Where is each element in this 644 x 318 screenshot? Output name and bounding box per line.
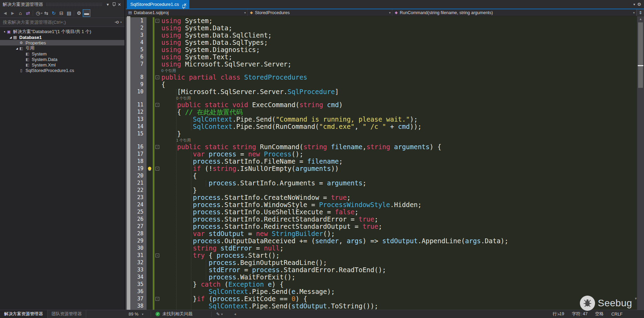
tree-item-system[interactable]: ◧System [0, 51, 124, 57]
code-line-13[interactable]: 13 SqlContext.Pipe.Send("Command is runn… [126, 116, 637, 123]
lightbulb-icon[interactable] [148, 167, 151, 170]
pending-changes-filter-icon[interactable]: ◷ [34, 9, 42, 17]
code-line-3[interactable]: 3using System.Data.SqlClient; [126, 32, 637, 39]
code-line-26[interactable]: 26 process.StartInfo.RedirectStandardErr… [126, 216, 637, 223]
code-line-23[interactable]: 23 process.StartInfo.CreateNoWindow = tr… [126, 194, 637, 201]
vertical-scrollbar[interactable]: ▴ [637, 16, 644, 310]
code-line-5[interactable]: 5using System.Diagnostics; [126, 46, 637, 53]
code-line-15[interactable]: 15 } [126, 130, 637, 137]
code-line-18[interactable]: 18 process.StartInfo.FileName = filename… [126, 158, 637, 165]
collapse-all-icon[interactable]: ⊟ [58, 9, 65, 17]
tree-item-database1[interactable]: ◢▤Database1 [0, 34, 124, 40]
panel-menu-chevron-icon[interactable]: ▾ [105, 1, 111, 7]
code-line-11[interactable]: 11- public static void ExecCommand(strin… [126, 101, 637, 109]
tree-item-system-data[interactable]: ◧System.Data [0, 57, 124, 62]
code-line-24[interactable]: 24 process.StartInfo.WindowStyle = Proce… [126, 201, 637, 208]
window-list-chevron-icon[interactable]: ▾ [633, 2, 635, 6]
tree-item--[interactable]: ◢◧引用 [0, 45, 124, 51]
home-icon[interactable]: ⌂ [17, 9, 24, 17]
code-line-34[interactable]: 34 process.WaitForExit(); [126, 274, 637, 281]
code-line-31[interactable]: 31- try { process.Start(); [126, 252, 637, 259]
split-window-icon[interactable]: ⇕ [636, 9, 644, 16]
code-line-17[interactable]: 17 var process = new Process(); [126, 151, 637, 158]
member-dropdown[interactable]: ◆ RunCommand(string filename, string arg… [392, 9, 636, 16]
codelens-row[interactable]: 0 个引用 [126, 68, 637, 74]
code-line-32[interactable]: 32 process.BeginOutputReadLine(); [126, 259, 637, 266]
status-spaces[interactable]: 空格 [595, 311, 604, 317]
hscroll-left-icon[interactable]: ◂ [234, 310, 236, 318]
tree-item-label: SqlStoredProcedure1.cs [26, 68, 74, 73]
back-icon[interactable]: ◄ [1, 9, 9, 17]
code-line-29[interactable]: 29 process.OutputDataReceived += (sender… [126, 237, 637, 245]
code-line-20[interactable]: 20 { [126, 172, 637, 179]
codelens-row[interactable]: 0 个引用 [126, 95, 637, 101]
scroll-up-icon[interactable]: ▴ [637, 17, 644, 21]
zoom-dropdown[interactable]: 89 % ▾ [129, 310, 143, 318]
fold-collapse-icon[interactable]: - [155, 103, 159, 107]
pin-icon[interactable] [111, 1, 117, 7]
code-line-38[interactable]: 38 SqlContext.Pipe.Send(stdOutput.ToStri… [126, 302, 637, 310]
code-line-16[interactable]: 16- public static string RunCommand(stri… [126, 143, 637, 151]
code-line-36[interactable]: 36 SqlContext.Pipe.Send(e.Message); [126, 288, 637, 295]
code-line-10[interactable]: 10 [Microsoft.SqlServer.Server.SqlProced… [126, 88, 637, 95]
code-line-30[interactable]: 30 string stdError = null; [126, 245, 637, 252]
solution-explorer-search[interactable]: 搜索解决方案资源管理器(Ctrl+;) ⚲ ▾ [0, 18, 124, 27]
pen-dropdown[interactable]: ✎ ▾ [216, 310, 223, 318]
code-line-35[interactable]: 35 } catch (Exception e) { [126, 281, 637, 288]
code-line-4[interactable]: 4using System.Data.SqlTypes; [126, 39, 637, 46]
scrollbar-thumb[interactable] [638, 22, 643, 88]
expand-arrow-icon[interactable]: ◢ [9, 36, 12, 39]
fold-collapse-icon[interactable]: - [155, 167, 159, 171]
code-line-12[interactable]: 12 { // 在此处放置代码 [126, 109, 637, 116]
code-line-37[interactable]: 37- }if (process.ExitCode == 0) { [126, 295, 637, 302]
code-line-9[interactable]: 9{ [126, 81, 637, 88]
fold-collapse-icon[interactable]: - [155, 254, 159, 257]
fold-collapse-icon[interactable]: - [155, 19, 159, 23]
refresh-icon[interactable]: ↻ [50, 9, 58, 17]
fold-collapse-icon[interactable]: - [155, 145, 159, 149]
code-line-8[interactable]: 8-public partial class StoredProcedures [126, 74, 637, 81]
tree-item-properties[interactable]: ⚙Properties [0, 40, 124, 45]
code-line-22[interactable]: 22 } [126, 187, 637, 194]
tab-sqlstoredprocedure1[interactable]: SqlStoredProcedure1.cs × [127, 0, 189, 9]
switch-views-icon[interactable]: ⇆ [42, 9, 50, 17]
code-line-33[interactable]: 33 stdError = process.StandardError.Read… [126, 266, 637, 274]
forward-icon[interactable]: ► [9, 9, 17, 17]
fold-collapse-icon[interactable]: - [155, 75, 159, 79]
code-text: try { process.Start(); [161, 252, 637, 259]
code-line-25[interactable]: 25 process.StartInfo.UseShellExecute = f… [126, 208, 637, 216]
toolwindow-tab-solution-explorer[interactable]: 解决方案资源管理器 [0, 310, 48, 318]
tree-item-system-xml[interactable]: ◧System.Xml [0, 62, 124, 68]
tree-item-sqlstoredprocedure1-cs[interactable]: ▯SqlStoredProcedure1.cs [0, 68, 124, 73]
tree-spacer [22, 63, 25, 66]
codelens-row[interactable]: 1 个引用 [126, 137, 637, 143]
gear-icon[interactable]: ⚙ [637, 2, 641, 7]
code-line-2[interactable]: 2using System.Data; [126, 24, 637, 32]
code-line-1[interactable]: 1-using System; [126, 17, 637, 24]
code-line-21[interactable]: 21 process.StartInfo.Arguments = argumen… [126, 179, 637, 187]
fold-collapse-icon[interactable]: - [155, 297, 159, 301]
code-line-14[interactable]: 14 SqlContext.Pipe.Send(RunCommand("cmd.… [126, 123, 637, 130]
code-line-6[interactable]: 6using System.Text; [126, 53, 637, 61]
properties-wrench-icon[interactable]: ⚙ [75, 9, 83, 17]
toolwindow-tab-team-explorer[interactable]: 团队资源管理器 [48, 310, 87, 318]
code-line-7[interactable]: 7using Microsoft.SqlServer.Server; [126, 61, 637, 68]
tree-item--database1-1-1-[interactable]: ▾▣解决方案"Database1"(1 个项目/共 1 个) [0, 29, 124, 34]
preview-selected-items-icon[interactable]: ▬ [83, 9, 90, 17]
status-eol[interactable]: CRLF [611, 312, 623, 317]
expand-arrow-icon[interactable]: ◢ [16, 47, 19, 50]
project-dropdown[interactable]: ▤ Database1.sqlproj ▾ [126, 9, 248, 16]
document-health-indicator[interactable]: ✓ 未找到相关问题 [155, 310, 193, 318]
search-icon[interactable]: ⚲ [115, 21, 120, 24]
sync-with-active-document-icon[interactable]: ⇄ [24, 9, 32, 17]
code-line-19[interactable]: 19- if (!string.IsNullOrEmpty(arguments)… [126, 165, 637, 172]
type-dropdown[interactable]: ◆ StoredProcedures ▾ [248, 9, 392, 16]
hscroll-right-icon[interactable]: ▸ [558, 310, 560, 318]
code-line-28[interactable]: 28 var stdOutput = new StringBuilder(); [126, 230, 637, 237]
code-text: string stdError = null; [161, 245, 637, 252]
tree-spacer [22, 52, 25, 55]
close-icon[interactable]: × [117, 1, 122, 7]
code-line-27[interactable]: 27 process.StartInfo.RedirectStandardOut… [126, 223, 637, 230]
search-chevron-icon[interactable]: ▾ [120, 21, 122, 24]
show-all-files-icon[interactable]: ▤ [65, 9, 73, 17]
